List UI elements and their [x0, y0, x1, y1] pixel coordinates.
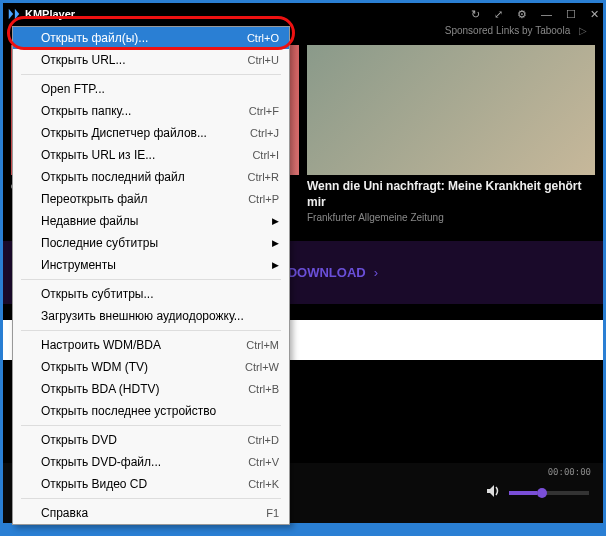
svg-marker-1: [15, 9, 19, 20]
menu-item-label: Открыть субтитры...: [41, 287, 279, 301]
menu-item[interactable]: Загрузить внешнюю аудиодорожку...: [13, 305, 289, 327]
menu-item[interactable]: Открыть DVD-файл...Ctrl+V: [13, 451, 289, 473]
ad-source: Frankfurter Allgemeine Zeitung: [307, 212, 595, 223]
menu-item[interactable]: Открыть папку...Ctrl+F: [13, 100, 289, 122]
menu-item-label: Открыть WDM (TV): [41, 360, 245, 374]
menu-item[interactable]: СправкаF1: [13, 502, 289, 524]
menu-item-shortcut: Ctrl+R: [248, 171, 279, 183]
sponsored-text: Sponsored Links by Taboola: [445, 25, 570, 36]
menu-item-label: Открыть папку...: [41, 104, 249, 118]
app-title: KMPlayer: [25, 8, 75, 20]
menu-item[interactable]: Открыть последнее устройство: [13, 400, 289, 422]
menu-item-label: Последние субтитры: [41, 236, 279, 250]
window-controls: ↻ ⤢ ⚙ — ☐ ✕: [471, 8, 599, 21]
menu-item[interactable]: Недавние файлы▶: [13, 210, 289, 232]
menu-item-label: Open FTP...: [41, 82, 279, 96]
minimize-button[interactable]: —: [541, 8, 552, 20]
menu-item[interactable]: Открыть WDM (TV)Ctrl+W: [13, 356, 289, 378]
menu-item[interactable]: Open FTP...: [13, 78, 289, 100]
titlebar: KMPlayer ↻ ⤢ ⚙ — ☐ ✕: [3, 3, 603, 25]
menu-item-label: Открыть последнее устройство: [41, 404, 279, 418]
chevron-right-icon: ▶: [272, 238, 279, 248]
chevron-right-icon: ›: [374, 265, 378, 280]
volume-icon[interactable]: [485, 483, 501, 503]
menu-item-label: Открыть файл(ы)...: [41, 31, 247, 45]
ad-image: [307, 45, 595, 175]
context-menu: Открыть файл(ы)...Ctrl+OОткрыть URL...Ct…: [12, 26, 290, 525]
menu-item[interactable]: Переоткрыть файлCtrl+P: [13, 188, 289, 210]
menu-item[interactable]: Открыть BDA (HDTV)Ctrl+B: [13, 378, 289, 400]
close-button[interactable]: ✕: [590, 8, 599, 21]
refresh-icon[interactable]: ↻: [471, 8, 480, 21]
menu-item-shortcut: Ctrl+O: [247, 32, 279, 44]
svg-marker-0: [9, 9, 13, 20]
menu-item[interactable]: Открыть последний файлCtrl+R: [13, 166, 289, 188]
menu-separator: [21, 330, 281, 331]
menu-item-label: Открыть URL...: [41, 53, 248, 67]
menu-item-label: Открыть BDA (HDTV): [41, 382, 248, 396]
menu-item[interactable]: Открыть субтитры...: [13, 283, 289, 305]
menu-item[interactable]: Открыть URL...Ctrl+U: [13, 49, 289, 71]
svg-marker-8: [487, 485, 494, 497]
ad-title: Wenn die Uni nachfragt: Meine Krankheit …: [307, 179, 595, 210]
menu-item-label: Настроить WDM/BDA: [41, 338, 246, 352]
menu-item-label: Переоткрыть файл: [41, 192, 248, 206]
menu-separator: [21, 425, 281, 426]
menu-item[interactable]: Открыть URL из IE...Ctrl+I: [13, 144, 289, 166]
menu-item-label: Открыть Видео CD: [41, 477, 248, 491]
menu-item-label: Открыть URL из IE...: [41, 148, 252, 162]
menu-item-shortcut: F1: [266, 507, 279, 519]
menu-item-shortcut: Ctrl+U: [248, 54, 279, 66]
chevron-right-icon: ▶: [272, 260, 279, 270]
menu-item-shortcut: Ctrl+V: [248, 456, 279, 468]
menu-item-shortcut: Ctrl+F: [249, 105, 279, 117]
menu-separator: [21, 498, 281, 499]
menu-item-label: Инструменты: [41, 258, 279, 272]
menu-item[interactable]: Последние субтитры▶: [13, 232, 289, 254]
app-logo: KMPlayer: [7, 7, 75, 21]
menu-item-shortcut: Ctrl+K: [248, 478, 279, 490]
menu-item-shortcut: Ctrl+D: [248, 434, 279, 446]
menu-item-label: Открыть последний файл: [41, 170, 248, 184]
menu-separator: [21, 279, 281, 280]
expand-icon[interactable]: ⤢: [494, 8, 503, 21]
menu-item-label: Недавние файлы: [41, 214, 279, 228]
settings-icon[interactable]: ⚙: [517, 8, 527, 21]
time-display: 00:00:00: [548, 467, 591, 477]
menu-item[interactable]: Открыть файл(ы)...Ctrl+O: [13, 27, 289, 49]
menu-item-shortcut: Ctrl+I: [252, 149, 279, 161]
volume-area: [485, 483, 589, 503]
sponsored-close-icon[interactable]: ▷: [579, 25, 587, 36]
menu-item-shortcut: Ctrl+W: [245, 361, 279, 373]
menu-item-label: Загрузить внешнюю аудиодорожку...: [41, 309, 279, 323]
menu-item[interactable]: Открыть Видео CDCtrl+K: [13, 473, 289, 495]
menu-item-label: Открыть DVD-файл...: [41, 455, 248, 469]
menu-item-label: Открыть DVD: [41, 433, 248, 447]
menu-item[interactable]: Настроить WDM/BDACtrl+M: [13, 334, 289, 356]
ad-card[interactable]: Wenn die Uni nachfragt: Meine Krankheit …: [307, 45, 595, 237]
promo-download: DOWNLOAD: [288, 265, 366, 280]
menu-item[interactable]: Открыть DVDCtrl+D: [13, 429, 289, 451]
volume-slider[interactable]: [509, 491, 589, 495]
menu-item[interactable]: Инструменты▶: [13, 254, 289, 276]
menu-item-shortcut: Ctrl+P: [248, 193, 279, 205]
menu-item-label: Справка: [41, 506, 266, 520]
menu-item[interactable]: Открыть Диспетчер файлов...Ctrl+J: [13, 122, 289, 144]
chevron-right-icon: ▶: [272, 216, 279, 226]
menu-item-shortcut: Ctrl+J: [250, 127, 279, 139]
menu-item-shortcut: Ctrl+B: [248, 383, 279, 395]
menu-item-shortcut: Ctrl+M: [246, 339, 279, 351]
menu-separator: [21, 74, 281, 75]
menu-item-label: Открыть Диспетчер файлов...: [41, 126, 250, 140]
maximize-button[interactable]: ☐: [566, 8, 576, 21]
kmp-logo-icon: [7, 7, 21, 21]
